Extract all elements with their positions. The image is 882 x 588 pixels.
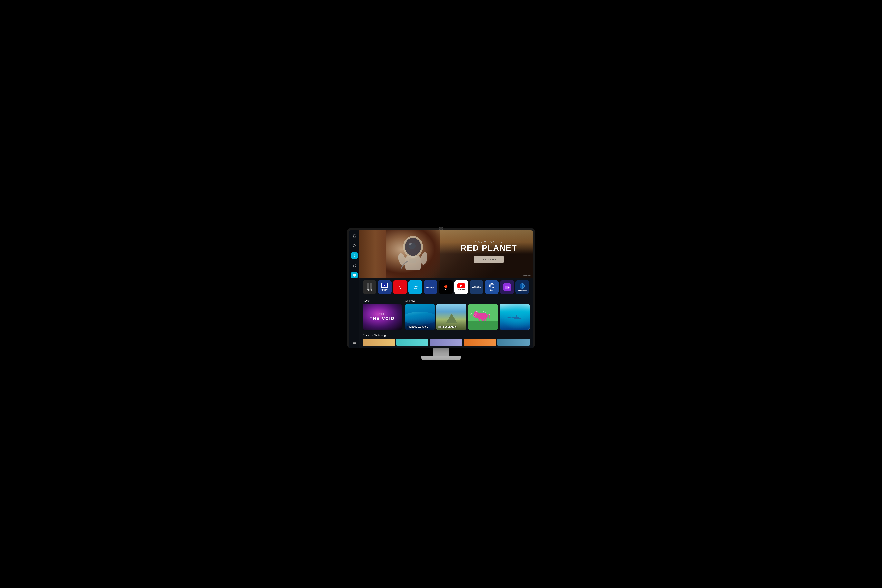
continue-thumb-1[interactable]	[363, 339, 395, 346]
continue-watching-title: Continue Watching	[363, 334, 530, 337]
on-now-section-title: On Now	[405, 299, 530, 302]
continue-watching-section: Continue Watching	[360, 332, 533, 348]
app-icon-netflix[interactable]: N	[393, 280, 407, 294]
gamepad-icon[interactable]	[351, 262, 357, 268]
svg-rect-8	[353, 274, 356, 276]
apps-section: APPS ▶ SAMSUNGTV Plus	[360, 278, 533, 297]
thrill-seekers-title: THRILL SEEKERS	[438, 326, 457, 328]
menu-icon[interactable]	[351, 339, 357, 346]
app-icon-samsung-promo[interactable]: SAMSUNGPROMOTION	[470, 280, 483, 294]
on-now-thumb-thrill-seekers[interactable]: THRILL SEEKERS	[436, 304, 466, 330]
tv-icon[interactable]	[351, 272, 357, 278]
app-icon-apple-tv[interactable]: 🍎 tv	[439, 280, 453, 294]
app-icon-gamepad[interactable]	[500, 280, 514, 294]
svg-point-29	[508, 287, 509, 288]
monitor-container: MISSION ON THE RED PLANET Watch Now Spon…	[347, 228, 535, 360]
svg-rect-44	[482, 319, 483, 321]
svg-rect-43	[479, 319, 480, 321]
svg-rect-4	[354, 254, 355, 255]
hero-subtitle: MISSION ON THE	[460, 241, 517, 243]
recent-section-title: Recent	[363, 299, 402, 302]
svg-point-18	[420, 252, 429, 265]
profile-icon[interactable]	[351, 233, 357, 239]
svg-rect-19	[409, 258, 417, 263]
monitor-outer: MISSION ON THE RED PLANET Watch Now Spon…	[347, 228, 535, 348]
continue-thumb-4[interactable]	[464, 339, 496, 346]
app-icon-apps[interactable]: APPS	[363, 280, 376, 294]
hero-title: RED PLANET	[460, 244, 517, 252]
hero-banner: MISSION ON THE RED PLANET Watch Now Spon…	[360, 231, 533, 278]
watch-now-button[interactable]: Watch Now	[474, 256, 504, 263]
svg-line-2	[355, 247, 356, 248]
app-icon-youtube[interactable]: YouTube	[454, 280, 468, 294]
svg-point-7	[354, 256, 355, 257]
continue-thumb-2[interactable]	[396, 339, 429, 346]
sponsored-label: Sponsored	[522, 274, 531, 276]
app-icon-disney-plus[interactable]: disney+	[424, 280, 438, 294]
remote-icon[interactable]	[351, 252, 357, 259]
stand-base	[422, 356, 460, 360]
recent-section: Recent THE THE VOID	[363, 299, 402, 330]
on-now-thumb-blue-expanse[interactable]: THE BLUE EXPANSE	[405, 304, 435, 330]
svg-point-6	[355, 256, 355, 256]
app-icon-samsung-tv-plus[interactable]: ▶ SAMSUNGTV Plus	[378, 280, 392, 294]
monitor-stand	[422, 348, 460, 360]
continue-thumb-5[interactable]	[498, 339, 530, 346]
on-now-section: On Now THE BLUE EXPANSE	[405, 299, 530, 330]
on-now-thumb-cartoon[interactable]	[468, 304, 498, 330]
on-now-thumb-ocean[interactable]	[500, 304, 530, 330]
search-icon[interactable]	[351, 243, 357, 249]
content-sections: Recent THE THE VOID On Now	[360, 297, 533, 332]
stand-neck	[433, 348, 449, 356]
svg-point-1	[353, 244, 356, 247]
app-icon-global-news[interactable]: Global News	[516, 280, 529, 294]
app-icon-prime-video[interactable]: primevideo	[408, 280, 422, 294]
recent-title: THE VOID	[370, 316, 395, 321]
svg-rect-45	[485, 319, 486, 321]
hero-astronaut	[386, 231, 440, 278]
recent-void-thumb[interactable]: THE THE VOID	[363, 304, 402, 330]
monitor-camera	[439, 226, 443, 231]
sidebar	[349, 231, 360, 348]
app-icon-internet[interactable]: Internet	[485, 280, 499, 294]
hero-bg: MISSION ON THE RED PLANET Watch Now Spon…	[360, 231, 533, 278]
main-content: MISSION ON THE RED PLANET Watch Now Spon…	[360, 231, 533, 348]
apps-row: APPS ▶ SAMSUNGTV Plus	[363, 280, 530, 294]
hero-text-block: MISSION ON THE RED PLANET Watch Now	[460, 241, 517, 263]
continue-row	[363, 339, 530, 346]
blue-expanse-title: THE BLUE EXPANSE	[406, 326, 428, 328]
svg-point-5	[354, 256, 354, 256]
monitor-screen: MISSION ON THE RED PLANET Watch Now Spon…	[349, 231, 533, 348]
on-now-grid: THE BLUE EXPANSE THRILL SEEKERS	[405, 304, 530, 330]
continue-thumb-3[interactable]	[430, 339, 462, 346]
svg-point-28	[508, 287, 508, 287]
